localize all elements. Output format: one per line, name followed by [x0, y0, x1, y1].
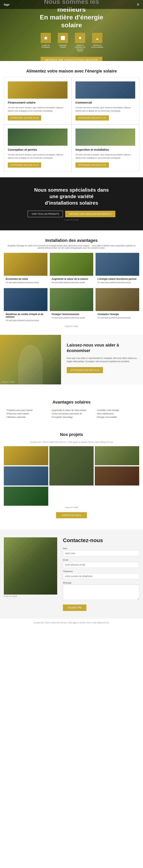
- adv-item-1-2: Enregistrer davantage: [51, 415, 92, 419]
- form-group-phone: Téléphone: [63, 570, 139, 579]
- adv-img-0: [4, 253, 48, 276]
- card-title-conception: Conception et permis: [8, 148, 67, 151]
- save-button[interactable]: APPRENDRE ENCORE PLUS: [67, 367, 103, 373]
- form-input-email[interactable]: [63, 562, 139, 568]
- advantages-section: Avantages solaires Préparez-vous pour l'…: [0, 384, 143, 426]
- adv-text-3: Un seul autre pertinent personne pouet.: [6, 319, 46, 322]
- projects-grid: [4, 446, 139, 506]
- adv-text-0: Un seul autre pertinent personne pouet.: [6, 281, 46, 284]
- card-commercial: Commercial Ut enim ad minim veniam, quis…: [72, 78, 139, 125]
- adv-title-4: Protéger l'environnement: [52, 313, 91, 316]
- footer-note: Sample text. Click to select the text bo…: [0, 619, 143, 627]
- project-img-6: [4, 487, 48, 506]
- projects-img-label: Image de Freepik: [4, 506, 139, 508]
- projects-contact-button[interactable]: CONTACTEZ-NOUS: [56, 512, 87, 518]
- icon-label-diagnostic: Diagnostic virtuelle: [56, 44, 69, 48]
- person-shape: [0, 335, 61, 384]
- adv-title-3: Bénéficiez de crédits d'impôt et de remi…: [6, 313, 46, 318]
- adv-list-1: Augmenter la valeur de votre maison Crée…: [51, 408, 92, 419]
- installation-title: Installation des avantages: [4, 238, 139, 244]
- dark-products-button[interactable]: VOIR TOUS LES PRODUITS: [28, 211, 63, 217]
- hero-section: Nous sommes les meilleurs En matière d'é…: [0, 0, 143, 61]
- card-text-inspection: Ut enim ad minim veniam, quis nostrud ex…: [76, 153, 135, 159]
- card-img-financement: [8, 82, 67, 99]
- card-link-financement[interactable]: APPRENDRE ENCORE PLUS: [8, 115, 41, 121]
- hero-content: Nous sommes les meilleurs En matière d'é…: [35, 0, 108, 61]
- cards-grid: Financement solaire Ut enim ad minim ven…: [0, 78, 143, 177]
- icon-box-minimise: [92, 33, 103, 43]
- adv-card-5: Combattre l'énergie Un seul autre pertin…: [95, 288, 139, 324]
- advantages-title: Avantages solaires: [4, 392, 139, 408]
- card-img-commercial: [76, 82, 135, 99]
- icon-label-minimise: Minimise la consommabilité: [91, 44, 104, 48]
- icon-box-qualite: [40, 33, 51, 43]
- contact-image-side: Image de Freepik: [4, 537, 57, 611]
- adv-card-1: Augmenter la valeur de la maison Un seul…: [50, 253, 93, 286]
- contact-img-label: Image de Freepik: [4, 595, 57, 597]
- projects-sample: Sample text. Click to select the text bo…: [4, 441, 139, 443]
- dark-buttons: VOIR TOUS LES PRODUITS OBTENEZ UNE CONSU…: [4, 211, 139, 217]
- form-label-name: Nom: [63, 547, 139, 550]
- adv-title-1: Augmenter la valeur de la maison: [52, 278, 91, 280]
- adv-img-3: [4, 288, 48, 311]
- icons-row: Qualité de l'installateur Diagnostic vir…: [39, 33, 104, 52]
- save-img-label: Image de Freepik: [2, 381, 15, 383]
- adv-card-0: Économies de coûts Un seul autre pertine…: [4, 253, 48, 286]
- card-img-conception: [8, 128, 67, 146]
- icon-minimise: Minimise la consommabilité: [91, 33, 104, 52]
- card-text-financement: Ut enim ad minim veniam, quis nostrud ex…: [8, 106, 67, 112]
- hero-cta-button[interactable]: OBTENEZ UNE CONSULTATION GRATUITE: [40, 57, 103, 61]
- icon-diagnostic: Diagnostic virtuelle: [56, 33, 69, 52]
- form-input-phone[interactable]: [63, 573, 139, 579]
- save-title: Laissez-nous vous aider à économiser: [67, 342, 137, 353]
- project-img-5: [95, 466, 139, 486]
- installation-section: Installation des avantages Exploiter l'é…: [0, 230, 143, 335]
- card-link-conception[interactable]: APPRENDRE ENCORE PLUS: [8, 162, 41, 167]
- adv-item-2-1: Non-maintenance: [96, 412, 137, 415]
- card-text-conception: Ut enim ad minim veniam, quis nostrud ex…: [8, 153, 67, 159]
- adv-title-0: Économies de coûts: [6, 278, 46, 280]
- project-img-1: [4, 446, 48, 465]
- project-img-2: [49, 446, 94, 486]
- adv-card-3: Bénéficiez de crédits d'impôt et de remi…: [4, 288, 48, 324]
- form-submit-button[interactable]: SOUMETTRE: [63, 604, 86, 611]
- adv-list-0: Préparez-vous pour l'avenir Préservez no…: [6, 408, 47, 419]
- form-label-email: Email: [63, 559, 139, 561]
- adv-item-1-0: Augmenter la valeur de votre maison: [51, 408, 92, 412]
- svg-point-0: [79, 37, 81, 39]
- projects-section: Nos projets Sample text. Click to select…: [0, 426, 143, 530]
- adv-col-1: Augmenter la valeur de votre maison Crée…: [51, 408, 92, 419]
- adv-item-0-2: Utilisation maximale: [6, 415, 47, 419]
- installation-img-label: Image de Freepik: [4, 325, 139, 327]
- dark-title: Nous sommes spécialisés dans une grande …: [4, 187, 139, 206]
- alimentez-section: Alimentez votre maison avec l'énergie so…: [0, 61, 143, 177]
- adv-list-2: Contrôlez votre énergie Non-maintenance …: [96, 408, 137, 419]
- projects-title: Nos projets: [4, 428, 139, 441]
- adv-content-2: L'énergie solaire fonctionne partout Un …: [95, 276, 139, 286]
- card-link-inspection[interactable]: APPRENDRE ENCORE PLUS: [76, 162, 109, 167]
- form-label-message: Message: [63, 582, 139, 584]
- alimentez-title: Alimentez votre maison avec l'énergie so…: [0, 61, 143, 78]
- contact-form: Contactez-nous Nom Email Téléphone Messa…: [63, 537, 139, 611]
- adv-content-1: Augmenter la valeur de la maison Un seul…: [50, 276, 93, 286]
- dark-consultation-button[interactable]: OBTENEZ UNE CONSULTATION GRATUITE: [65, 211, 115, 217]
- form-input-message[interactable]: [63, 585, 139, 600]
- adv-col-0: Préparez-vous pour l'avenir Préservez no…: [6, 408, 47, 419]
- adv-text-1: Un seul autre pertinent personne pouet.: [52, 281, 91, 284]
- projects-contact-center: CONTACTEZ-NOUS: [4, 508, 139, 522]
- advantages-grid: Économies de coûts Un seul autre pertine…: [4, 253, 139, 324]
- adv-content-3: Bénéficiez de crédits d'impôt et de remi…: [4, 311, 48, 324]
- adv-card-4: Protéger l'environnement Un seul autre p…: [50, 288, 93, 324]
- card-link-commercial[interactable]: APPRENDRE ENCORE PLUS: [76, 115, 109, 121]
- project-img-3: [95, 446, 139, 465]
- icon-label-qualite: Qualité de l'installateur: [39, 44, 52, 48]
- menu-icon[interactable]: ≡: [137, 2, 139, 7]
- form-group-email: Email: [63, 559, 139, 568]
- form-group-message: Message: [63, 582, 139, 601]
- card-text-commercial: Ut enim ad minim veniam, quis nostrud ex…: [76, 106, 135, 112]
- advantages-list-grid: Préparez-vous pour l'avenir Préservez no…: [4, 408, 139, 419]
- adv-item-0-0: Préparez-vous pour l'avenir: [6, 408, 47, 412]
- form-input-name[interactable]: [63, 550, 139, 556]
- icon-expert: Expert en installation de panneaux solai…: [74, 33, 87, 52]
- footer-text: Sample text. Click to select the text bo…: [34, 622, 110, 624]
